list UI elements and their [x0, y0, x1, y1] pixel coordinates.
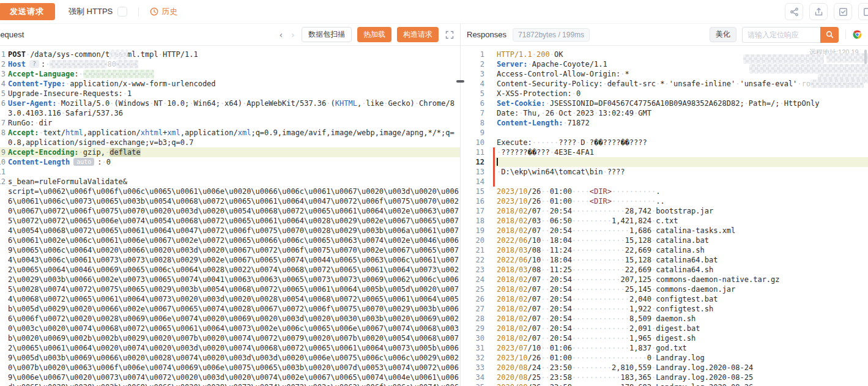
more-button-cut[interactable] — [858, 3, 868, 20]
code-line: 12 — [461, 157, 868, 167]
code-line: 232018/03/08··11:25············22,669·ca… — [461, 265, 868, 275]
code-line: 1POST·/data/sys-common/treexml.tmpl·HTTP… — [0, 50, 460, 59]
code-line: 8Content-Length:·71872 — [461, 118, 868, 128]
toolbar-divider — [138, 7, 139, 17]
next-request-button[interactable]: › — [290, 31, 296, 39]
code-line: 272018/02/07··20:54·············1,922·co… — [461, 304, 868, 314]
code-line: 312023/07/10··01:06·············1,837·go… — [461, 343, 868, 353]
top-toolbar: 发送请求 强制 HTTPS 历史 — [0, 0, 868, 23]
prev-request-button[interactable]: ‹ — [278, 31, 284, 39]
export-icon — [814, 7, 823, 17]
response-search — [742, 27, 839, 43]
code-line: 11 — [0, 167, 460, 177]
search-icon — [826, 31, 834, 39]
force-https-label: 强制 HTTPS — [69, 6, 113, 17]
request-panel-header: Request ‹ › 数据包扫描 热加载 构造请求 — [0, 24, 460, 46]
chrome-icon — [853, 30, 862, 39]
open-in-chrome-button[interactable] — [853, 30, 862, 39]
response-search-button[interactable] — [820, 27, 839, 43]
code-line: 5Upgrade-Insecure-Requests:·1 — [0, 89, 460, 98]
code-line: 6User-Agent:·Mozilla/5.0·(Windows·NT·10.… — [0, 98, 460, 118]
code-line: 282018/02/07··20:54·············8,509·da… — [461, 314, 868, 324]
code-line: 252018/02/07··20:54············25,145·co… — [461, 284, 868, 294]
code-line: 10Execute:······????·D·?��????��???? — [461, 138, 868, 147]
response-search-input[interactable] — [742, 27, 820, 43]
response-panel: Responses 71872bytes / 199ms 美化 — [461, 24, 868, 386]
code-line: 242018/02/07··20:54···········207,125·co… — [461, 275, 868, 284]
beautify-button[interactable]: 美化 — [710, 27, 736, 42]
response-meta-badge: 71872bytes / 199ms — [513, 28, 590, 42]
code-line: 9Accept-Encoding:·gzip,·deflate — [0, 147, 460, 157]
expand-button[interactable] — [445, 31, 454, 39]
code-line: 202022/06/10··18:04············15,128·ca… — [461, 236, 868, 245]
send-request-button[interactable]: 发送请求 — [0, 3, 55, 20]
code-line: 192018/02/07··20:54·············1,686·ca… — [461, 226, 868, 236]
code-line: 322023/10/26··01:00·················0·La… — [461, 353, 868, 363]
code-line: 3Access-Control-Allow-Origin:·* — [461, 69, 868, 79]
check-square-button[interactable] — [834, 3, 852, 20]
code-line: 13·D:\ekp\win64\tomcat\bin·???? — [461, 167, 868, 177]
build-request-button[interactable]: 构造请求 — [397, 27, 439, 42]
export-button[interactable] — [809, 3, 828, 20]
code-line: 6Set-Cookie:·JSESSIONID=DF04567C47756A10… — [461, 98, 868, 108]
request-body-blob: script=\u0062\u006f\u006f\u006c\u0065\u0… — [0, 187, 460, 386]
packet-scan-button[interactable]: 数据包扫描 — [302, 27, 352, 42]
code-line: 1HTTP/1.1·200·OK — [461, 50, 868, 59]
code-line: 182018/02/03··06:50·········1,421,824·c.… — [461, 216, 868, 226]
code-line: 332020/08/24··23:50·········2,810,559·La… — [461, 363, 868, 373]
code-line: 212018/03/08··11:24············22,669·ca… — [461, 245, 868, 255]
expand-icon — [445, 31, 454, 39]
code-line: 10Content-Lengthauto:·0 — [0, 157, 460, 167]
code-line: 302018/02/07··20:54·············1,965·di… — [461, 333, 868, 343]
code-line: 172018/02/07··20:54············28,742·bo… — [461, 206, 868, 216]
code-line: 152023/10/26··01:00····<DIR>··········. — [461, 187, 868, 196]
response-panel-title: Responses — [467, 30, 506, 39]
check-square-icon — [839, 7, 848, 17]
code-line: 7RunGo:·dir — [0, 118, 460, 128]
response-viewer[interactable]: 远程地址:120.19 1HTTP/1.1·200·OK2Server:·Apa… — [461, 46, 868, 386]
code-line: 2Host?:··············80····· — [0, 59, 460, 69]
code-line: 4Content-Type:·application/x-www-form-ur… — [0, 79, 460, 89]
history-button[interactable]: 历史 — [150, 6, 177, 17]
code-line: 352020/08/26··23:58···········178,693·La… — [461, 382, 868, 386]
code-line: 9 — [461, 128, 868, 138]
code-line: 2Server:·Apache-Coyote/1.1 — [461, 59, 868, 69]
share-button[interactable] — [785, 3, 803, 20]
header-divider — [845, 30, 846, 39]
request-panel: Request ‹ › 数据包扫描 热加载 构造请求 1POST·/data/s… — [0, 24, 461, 386]
code-line: 7Date:·Thu,·26·Oct·2023·13:02:49·GMT — [461, 108, 868, 118]
code-line: 8Accept:·text/html,application/xhtml+xml… — [0, 128, 460, 147]
code-line: 342020/08/25··23:58···········183,365·La… — [461, 373, 868, 382]
code-line: 12s_bean=ruleFormulaValidate& — [0, 177, 460, 187]
text-cursor — [497, 158, 498, 166]
split-drag-handle[interactable] — [456, 80, 464, 83]
response-panel-header: Responses 71872bytes / 199ms 美化 — [461, 24, 868, 46]
code-line: 292018/02/07··20:54·············2,091·di… — [461, 324, 868, 333]
code-line: 3Accept-Language:················· — [0, 69, 460, 79]
code-line: 14 — [461, 177, 868, 187]
force-https-checkbox[interactable] — [117, 7, 127, 17]
code-line: 4Content-Security-Policy:·default-src·*·… — [461, 79, 868, 89]
request-editor[interactable]: 1POST·/data/sys-common/treexml.tmpl·HTTP… — [0, 46, 460, 386]
history-label: 历史 — [161, 6, 177, 17]
code-line: 262018/02/07··20:54·············2,040·co… — [461, 294, 868, 304]
code-line: 11·??????��???·4E3E-4FA1 — [461, 147, 868, 157]
hot-reload-button[interactable]: 热加载 — [357, 27, 391, 42]
code-line: 5X-XSS-Protection:·0 — [461, 89, 868, 98]
main-split: Request ‹ › 数据包扫描 热加载 构造请求 1POST·/data/s… — [0, 23, 868, 386]
request-panel-title: Request — [0, 30, 24, 39]
code-line: 162023/10/26··01:00····<DIR>··········.. — [461, 196, 868, 206]
more-icon — [863, 7, 868, 17]
clock-icon — [150, 7, 158, 16]
share-icon — [790, 7, 799, 17]
code-line: 222022/06/10··18:04············15,128·ca… — [461, 255, 868, 265]
